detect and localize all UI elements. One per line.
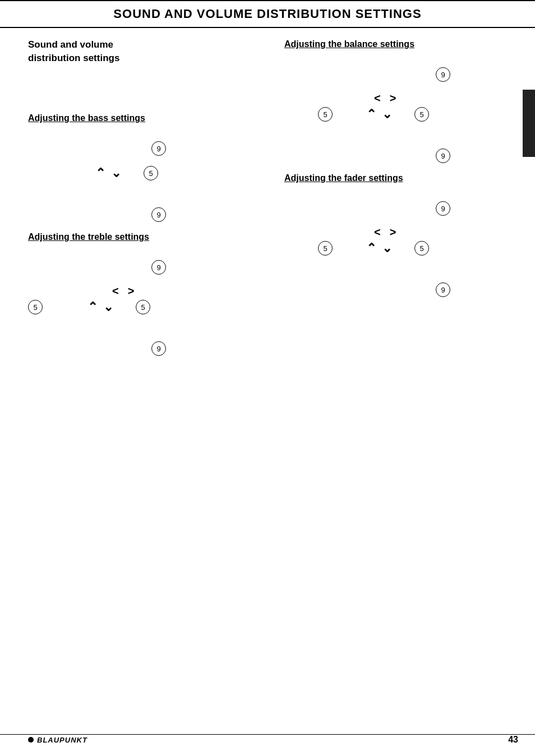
bass-circle9-top: 9 bbox=[28, 141, 262, 156]
balance-arrow-up: ⌃ bbox=[366, 107, 376, 122]
bass-circle-5: 5 bbox=[144, 166, 158, 180]
balance-circle9-bottom: 9 bbox=[284, 149, 518, 163]
balance-section-title: Adjusting the balance settings bbox=[284, 39, 518, 49]
balance-circle-9-b: 9 bbox=[436, 149, 450, 163]
fader-arrow-up: ⌃ bbox=[366, 241, 376, 256]
balance-lr-controls: < > bbox=[284, 92, 518, 105]
bass-arrow-down: ⌄ bbox=[111, 166, 121, 180]
footer-brand: BLAUPUNKT bbox=[28, 736, 87, 744]
page-title: SOUND AND VOLUME DISTRIBUTION SETTINGS bbox=[11, 7, 524, 21]
balance-circle-5-right: 5 bbox=[414, 107, 429, 122]
balance-arrow-right: > bbox=[390, 92, 396, 105]
balance-ud-controls: 5 ⌃ ⌄ 5 bbox=[284, 107, 518, 122]
treble-arrow-left: < bbox=[112, 285, 119, 298]
treble-circle-9-a: 9 bbox=[151, 260, 166, 275]
main-title-line1: Sound and volume bbox=[28, 39, 262, 50]
main-content: Sound and volume distribution settings A… bbox=[0, 28, 535, 377]
main-section-block: Sound and volume distribution settings bbox=[28, 39, 262, 64]
fader-circle9-bottom: 9 bbox=[284, 282, 518, 297]
bass-arrow-up: ⌃ bbox=[95, 166, 105, 180]
treble-circle9-bottom: 9 bbox=[28, 341, 262, 356]
balance-section: Adjusting the balance settings 9 < > bbox=[284, 39, 518, 163]
balance-circle9-top: 9 bbox=[284, 67, 518, 82]
treble-circle-5-right: 5 bbox=[136, 300, 150, 314]
fader-circle-5-right: 5 bbox=[414, 241, 429, 256]
title-bar: SOUND AND VOLUME DISTRIBUTION SETTINGS bbox=[0, 0, 535, 28]
treble-circle-9-b: 9 bbox=[151, 341, 166, 356]
bass-section-title: Adjusting the bass settings bbox=[28, 113, 262, 123]
left-column: Sound and volume distribution settings A… bbox=[28, 39, 273, 366]
fader-arrow-left: < bbox=[374, 226, 381, 239]
fader-arrow-down: ⌄ bbox=[382, 241, 392, 256]
footer: BLAUPUNKT 43 bbox=[0, 734, 535, 745]
fader-circle-9-b: 9 bbox=[436, 282, 450, 297]
fader-lr-controls: < > bbox=[284, 226, 518, 239]
page: SOUND AND VOLUME DISTRIBUTION SETTINGS S… bbox=[0, 0, 535, 756]
footer-dot bbox=[28, 737, 34, 743]
fader-section: Adjusting the fader settings 9 < > bbox=[284, 173, 518, 297]
bass-circle-9-b: 9 bbox=[151, 207, 166, 222]
fader-circle-9-a: 9 bbox=[436, 201, 450, 216]
footer-brand-name: BLAUPUNKT bbox=[37, 736, 87, 744]
treble-section: Adjusting the treble settings 9 < > bbox=[28, 232, 262, 356]
fader-circle9-top: 9 bbox=[284, 201, 518, 216]
treble-arrow-right: > bbox=[128, 285, 135, 298]
treble-arrow-up: ⌃ bbox=[87, 300, 98, 314]
treble-section-title: Adjusting the treble settings bbox=[28, 232, 262, 242]
balance-circle-5-left: 5 bbox=[318, 107, 333, 122]
bass-controls: ⌃ ⌄ 5 bbox=[28, 166, 262, 180]
bass-circle9-bottom: 9 bbox=[28, 207, 262, 222]
balance-arrow-left: < bbox=[374, 92, 381, 105]
treble-lr-controls: < > bbox=[28, 285, 262, 298]
treble-circle9-top: 9 bbox=[28, 260, 262, 275]
treble-circle-5-left: 5 bbox=[28, 300, 43, 314]
main-title-line2: distribution settings bbox=[28, 53, 262, 64]
treble-ud-controls: 5 ⌃ ⌄ 5 bbox=[28, 300, 262, 314]
right-column: Adjusting the balance settings 9 < > bbox=[273, 39, 518, 366]
bass-section: Adjusting the bass settings 9 ⌃ ⌄ 5 bbox=[28, 113, 262, 222]
fader-ud-controls: 5 ⌃ ⌄ 5 bbox=[284, 241, 518, 256]
balance-arrow-down: ⌄ bbox=[382, 107, 392, 122]
fader-arrow-right: > bbox=[390, 226, 396, 239]
treble-arrow-down: ⌄ bbox=[103, 300, 113, 314]
balance-circle-9-a: 9 bbox=[436, 67, 450, 82]
fader-section-title: Adjusting the fader settings bbox=[284, 173, 518, 183]
bass-circle-9-a: 9 bbox=[151, 141, 166, 156]
fader-circle-5-left: 5 bbox=[318, 241, 333, 256]
page-number: 43 bbox=[508, 735, 518, 745]
